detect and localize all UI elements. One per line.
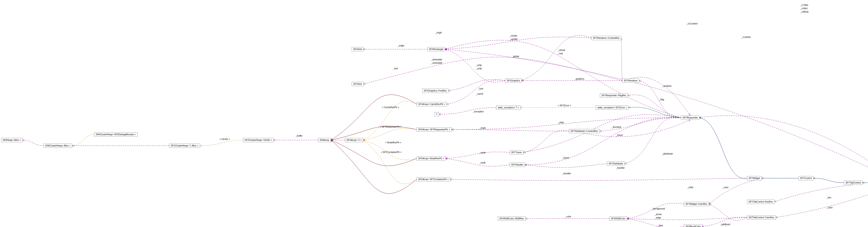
node-SFZTabControl_ColorRec[interactable]: SFZTabControl::ColorRec xyxy=(747,215,776,220)
edge-SFAArray-SFXArray_CacheRecPtr xyxy=(331,95,416,140)
edge-SFYRenderer-SFYResponder xyxy=(639,81,681,118)
node-SFAClusterHeap_SFDDebug[interactable]: SFAClusterHeap< SFDDebugAllocator > xyxy=(94,132,137,137)
edge-SFYTabControl_KeyRec-SFYTabControl xyxy=(774,185,853,202)
edge-SFXArrayV-SFXArray_SFYResponderPtr xyxy=(363,129,416,140)
node-static_exception_SFCError[interactable]: static_exception< SFCError > xyxy=(596,106,628,110)
edge-SFXArray_SFYResponderPtr-SFYDistributer_ContextRec xyxy=(452,130,569,131)
edge-SFXArray_CacheRecPtr-SFXGraphics xyxy=(447,80,505,104)
edge-SFXArray_NodeRecPtr-SFYHandler xyxy=(445,159,509,166)
edge-SFYDistributer_ContextRec-SFYResponder xyxy=(600,117,681,131)
node-SFAHeap_Alloc[interactable]: SFAHeap< Alloc > xyxy=(1,138,22,142)
node-SFYTabControl_KeyRec[interactable]: SFYTabControl::KeyRec xyxy=(747,200,774,204)
node-SFXArrayV[interactable]: SFXArray< V > xyxy=(345,138,363,142)
edge-SFYControl-SFYTabControl xyxy=(813,178,844,183)
node-SFXArray_NodeRecPtr[interactable]: SFXArray< NodeRecPtr > xyxy=(416,157,445,161)
node-SFXClusterHeap_UInt32[interactable]: SFXClusterHeap< UInt32 > xyxy=(243,138,274,142)
edge-SFXRectangle-SFYResponder xyxy=(445,40,681,117)
edge-SFYResponder-SFZTabControl xyxy=(699,116,868,180)
node-SFYHandler[interactable]: SFYHandler xyxy=(509,163,525,167)
edge-SFXGraphics-SFYRenderer_ContextRec xyxy=(522,35,591,81)
node-SFYTabControl[interactable]: SFYTabControl xyxy=(844,180,862,185)
edge-SFXBevelColor-SFZTabControl_ColorRec xyxy=(702,217,747,227)
edge-SFAHeap_Alloc-SFAClusterHeap_Alloc xyxy=(22,140,44,146)
edge-SFYResponder-SFYDistributer_ContextRec xyxy=(584,120,690,137)
edge-SFYDistributer-SFYResponder xyxy=(625,117,681,164)
edge-static_exception_SFCError-SFYResponder xyxy=(628,107,681,117)
edge-SFXArrayV-SFXArray_CacheRecPtr xyxy=(363,101,416,140)
edge-SFYRenderer_ContextRec-SFYRenderer xyxy=(621,38,622,81)
edge-SFXClusterHeap_T_Alloc-SFXClusterHeap_UInt32 xyxy=(200,140,243,146)
node-SFYRenderer[interactable]: SFYRenderer xyxy=(622,79,639,83)
edge-SFYResponder-SFYWidget xyxy=(699,118,747,178)
node-SFYResponder_FlagRec[interactable]: SFYResponder::FlagRec xyxy=(600,93,628,97)
node-SFXArray_SFYResponderPtr[interactable]: SFXArray< SFYResponderPtr > xyxy=(416,127,452,132)
edge-layer xyxy=(0,0,868,227)
edge-T-static_exception_T xyxy=(439,108,496,114)
edge-SFAArray-SFXArray_SFYContainerPtr xyxy=(331,140,416,194)
edge-SFXArrayV-SFXArray_NodeRecPtr xyxy=(363,140,416,160)
edge-SFXRGBColor-SFYWidget_ColorRec xyxy=(627,203,684,219)
node-SFXClusterHeap_T_Alloc[interactable]: SFXClusterHeap< T, Alloc > xyxy=(169,144,200,148)
edge-SFXArray_NodeRecPtr-SFYTracer xyxy=(445,152,509,159)
edge-SFAArray-SFXArray_SFYResponderPtr xyxy=(331,126,416,140)
node-SFYControl[interactable]: SFYControl xyxy=(799,176,813,180)
node-SFXArray_CacheRecPtr[interactable]: SFXArray< CacheRecPtr > xyxy=(416,102,447,106)
node-SFYWidget_ColorRec[interactable]: SFYWidget::ColorRec xyxy=(684,202,709,206)
node-SFXGraphics[interactable]: SFXGraphics xyxy=(505,79,522,83)
edge-SFYResponder-SFYRenderer xyxy=(631,77,690,115)
edge-SFYTracer-SFYDistributer_ContextRec xyxy=(524,131,569,152)
edge-SFYWidget_ColorRec-SFZTabControl_ColorRec xyxy=(709,204,747,221)
node-SFXGraphics_FontRec[interactable]: SFXGraphics::FontRec xyxy=(422,89,448,93)
node-SFXRectangle[interactable]: SFXRectangle xyxy=(427,47,445,51)
edge-SFXArray_SFYContainerPtr-SFYWidget xyxy=(450,178,747,180)
edge-SFXRectangle-SFXGraphics xyxy=(445,49,505,82)
node-SFYDistributer_ContextRec[interactable]: SFYDistributer::ContextRec xyxy=(569,129,600,133)
edge-SFXArrayV-SFXArray_SFYContainerPtr xyxy=(363,140,416,184)
node-SFYDistributer[interactable]: SFYDistributer xyxy=(607,162,625,166)
node-SFXSize[interactable]: SFXSize xyxy=(352,82,364,86)
edge-SFYResponder_FlagRec-SFYResponder xyxy=(628,95,681,118)
edge-SFAClusterHeap_Alloc-SFAClusterHeap_SFDDebug xyxy=(72,135,94,146)
node-SFXArray_SFYContainerPtr[interactable]: SFXArray< SFYContainerPtr > xyxy=(416,177,450,181)
node-SFAClusterHeap_Alloc[interactable]: SFAClusterHeap< Alloc > xyxy=(44,144,72,148)
node-static_exception_T[interactable]: static_exception< T > xyxy=(496,106,521,110)
node-SFXGrid[interactable]: SFXGrid xyxy=(352,47,363,51)
node-SFYWidget[interactable]: SFYWidget xyxy=(747,176,762,180)
node-SFAArray[interactable]: SFAArray xyxy=(318,138,331,142)
node-SFXRGBColor_RGBRec[interactable]: SFXRGBColor::RGBRec xyxy=(498,217,526,221)
node-SFXBevelColor[interactable]: SFXBevelColor xyxy=(684,224,702,227)
node-SFYTracer[interactable]: SFYTracer xyxy=(509,150,524,154)
node-SFYResponder[interactable]: SFYResponder xyxy=(681,115,699,120)
node-SFYRenderer_ContextRec[interactable]: SFYRenderer::ContextRec xyxy=(591,36,621,40)
edge-SFXRectangle-SFYRenderer_ContextRec xyxy=(445,37,591,49)
edge-SFXArray_SFYResponderPtr-SFYResponder xyxy=(452,118,681,130)
edge-SFXGraphics_FontRec-SFXGraphics xyxy=(448,79,505,91)
edge-SFZTabControl_ColorRec-SFZTabControl xyxy=(776,185,868,218)
node-T[interactable]: T xyxy=(435,112,439,116)
node-SFXRGBColor[interactable]: SFXRGBColor xyxy=(609,217,627,221)
